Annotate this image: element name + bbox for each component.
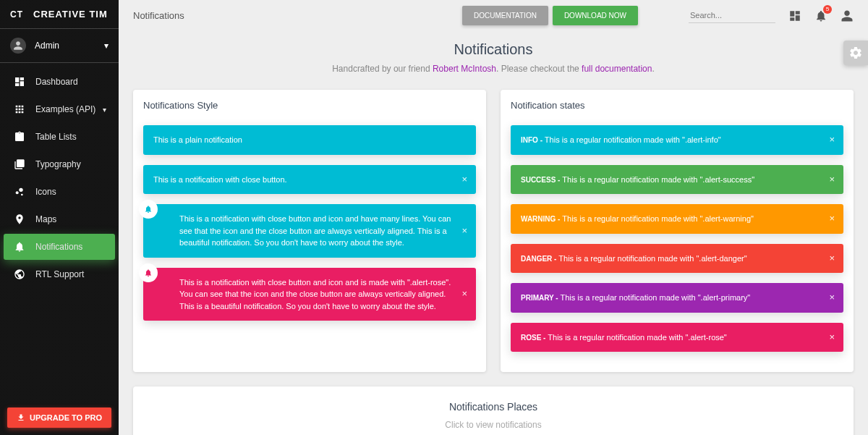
sidebar-item-label: Notifications bbox=[35, 242, 82, 252]
page-title: Notifications bbox=[133, 10, 184, 21]
sidebar-item-label: Typography bbox=[35, 159, 81, 169]
card-notifications-places: Notifications Places Click to view notif… bbox=[133, 387, 854, 435]
alert-text: This is a notification with close button… bbox=[179, 278, 451, 311]
dashboard-top-icon[interactable] bbox=[788, 9, 801, 22]
sidebar-item-label: Table Lists bbox=[35, 132, 77, 142]
alert-text: This is a regular notification made with… bbox=[542, 135, 721, 144]
alert-danger: DANGER - This is a regular notification … bbox=[511, 244, 843, 274]
account-top-icon[interactable] bbox=[841, 9, 854, 22]
alert-text: This is a regular notification made with… bbox=[558, 293, 751, 302]
clipboard-icon bbox=[12, 131, 27, 143]
close-icon[interactable]: × bbox=[829, 330, 835, 345]
places-title: Notifications Places bbox=[148, 401, 839, 413]
upgrade-label: UPGRADE TO PRO bbox=[30, 413, 102, 422]
alert-text: This is a notification with close button… bbox=[179, 214, 451, 247]
settings-gear-button[interactable] bbox=[843, 41, 868, 65]
location-icon bbox=[12, 214, 27, 225]
close-icon[interactable]: × bbox=[829, 133, 835, 148]
alert-label: SUCCESS - bbox=[521, 176, 560, 184]
brand-full: CREATIVE TIM bbox=[33, 9, 108, 20]
friend-link[interactable]: Robert McIntosh bbox=[433, 64, 496, 74]
alert-text: This is a regular notification made with… bbox=[560, 175, 754, 184]
alert-warning: WARNING - This is a regular notification… bbox=[511, 204, 843, 234]
svg-point-0 bbox=[16, 191, 19, 194]
download-icon bbox=[17, 413, 25, 422]
main-panel: Notifications DOCUMENTATION DOWNLOAD NOW… bbox=[119, 0, 868, 435]
upgrade-button[interactable]: UPGRADE TO PRO bbox=[7, 407, 111, 428]
alert-primary: PRIMARY - This is a regular notification… bbox=[511, 283, 843, 313]
notif-badge: 5 bbox=[823, 5, 832, 14]
alert-close: This is a notification with close button… bbox=[143, 165, 476, 195]
places-sub: Click to view notifications bbox=[148, 420, 839, 430]
topbar: Notifications DOCUMENTATION DOWNLOAD NOW… bbox=[119, 0, 868, 31]
sidebar-item-label: RTL Support bbox=[35, 269, 84, 279]
alert-text: This is a regular notification made with… bbox=[545, 333, 726, 342]
sidebar-item-rtl[interactable]: RTL Support bbox=[4, 261, 115, 287]
hero: Notifications Handcrafted by our friend … bbox=[119, 31, 868, 90]
sidebar-item-label: Icons bbox=[35, 187, 56, 197]
alert-label: INFO - bbox=[521, 136, 542, 144]
documentation-button[interactable]: DOCUMENTATION bbox=[462, 6, 548, 25]
user-name: Admin bbox=[35, 41, 59, 51]
card-title: Notification states bbox=[511, 100, 843, 111]
alert-icon: This is a notification with close button… bbox=[143, 204, 476, 258]
alert-success: SUCCESS - This is a regular notification… bbox=[511, 165, 843, 195]
bell-icon bbox=[139, 200, 158, 219]
bell-icon bbox=[12, 241, 27, 253]
card-title: Notifications Style bbox=[143, 100, 476, 111]
search-input[interactable] bbox=[689, 8, 775, 23]
notifications-top-icon[interactable]: 5 bbox=[814, 9, 827, 22]
avatar bbox=[10, 38, 26, 54]
close-icon[interactable]: × bbox=[829, 291, 835, 305]
close-icon[interactable]: × bbox=[461, 172, 467, 187]
caret-icon: ▾ bbox=[104, 41, 109, 51]
close-icon[interactable]: × bbox=[461, 287, 467, 302]
alert-label: PRIMARY - bbox=[521, 294, 558, 302]
hero-heading: Notifications bbox=[119, 41, 868, 58]
apps-icon bbox=[12, 104, 27, 115]
close-icon[interactable]: × bbox=[829, 251, 835, 266]
brand-mini: CT bbox=[10, 9, 26, 20]
sidebar-item-dashboard[interactable]: Dashboard bbox=[4, 69, 115, 95]
books-icon bbox=[12, 159, 27, 170]
sidebar-item-label: Dashboard bbox=[35, 77, 78, 87]
language-icon bbox=[12, 269, 27, 280]
bubble-icon bbox=[12, 186, 27, 198]
dashboard-icon bbox=[12, 76, 27, 88]
full-doc-link[interactable]: full documentation bbox=[582, 64, 652, 74]
alert-text: This is a regular notification made with… bbox=[560, 214, 753, 223]
card-notifications-style: Notifications Style This is a plain noti… bbox=[133, 90, 486, 372]
alert-rose-icon: This is a notification with close button… bbox=[143, 268, 476, 321]
sidebar: CT CREATIVE TIM Admin ▾ Dashboard Exampl… bbox=[0, 0, 119, 435]
alert-text: This is a notification with close button… bbox=[153, 175, 287, 184]
alert-text: This is a regular notification made with… bbox=[556, 254, 746, 263]
close-icon[interactable]: × bbox=[829, 172, 835, 187]
svg-point-2 bbox=[21, 194, 23, 196]
alert-plain: This is a plain notification bbox=[143, 125, 476, 155]
alert-text: This is a plain notification bbox=[153, 135, 242, 144]
alert-label: DANGER - bbox=[521, 255, 556, 263]
bell-icon bbox=[139, 263, 158, 282]
sidebar-nav: Dashboard Examples (API) ▾ Table Lists T… bbox=[0, 63, 119, 400]
sidebar-item-maps[interactable]: Maps bbox=[4, 206, 115, 232]
sidebar-user[interactable]: Admin ▾ bbox=[0, 29, 119, 63]
alert-label: WARNING - bbox=[521, 215, 560, 223]
gear-icon bbox=[848, 46, 863, 60]
sidebar-item-label: Maps bbox=[35, 214, 56, 224]
brand-logo[interactable]: CT CREATIVE TIM bbox=[0, 0, 119, 29]
sidebar-item-notifications[interactable]: Notifications bbox=[4, 234, 115, 260]
sidebar-item-examples[interactable]: Examples (API) ▾ bbox=[4, 96, 115, 122]
sidebar-item-tables[interactable]: Table Lists bbox=[4, 124, 115, 150]
svg-point-1 bbox=[19, 188, 22, 192]
caret-icon: ▾ bbox=[103, 106, 106, 114]
sidebar-item-label: Examples (API) bbox=[35, 104, 95, 114]
close-icon[interactable]: × bbox=[829, 212, 835, 227]
close-icon[interactable]: × bbox=[461, 224, 467, 238]
sidebar-item-icons[interactable]: Icons bbox=[4, 179, 115, 205]
alert-label: ROSE - bbox=[521, 334, 545, 342]
alert-rose: ROSE - This is a regular notification ma… bbox=[511, 323, 843, 352]
sidebar-item-typography[interactable]: Typography bbox=[4, 151, 115, 177]
hero-subtitle: Handcrafted by our friend Robert McIntos… bbox=[119, 64, 868, 74]
download-button[interactable]: DOWNLOAD NOW bbox=[553, 6, 638, 25]
alert-info: INFO - This is a regular notification ma… bbox=[511, 125, 843, 155]
